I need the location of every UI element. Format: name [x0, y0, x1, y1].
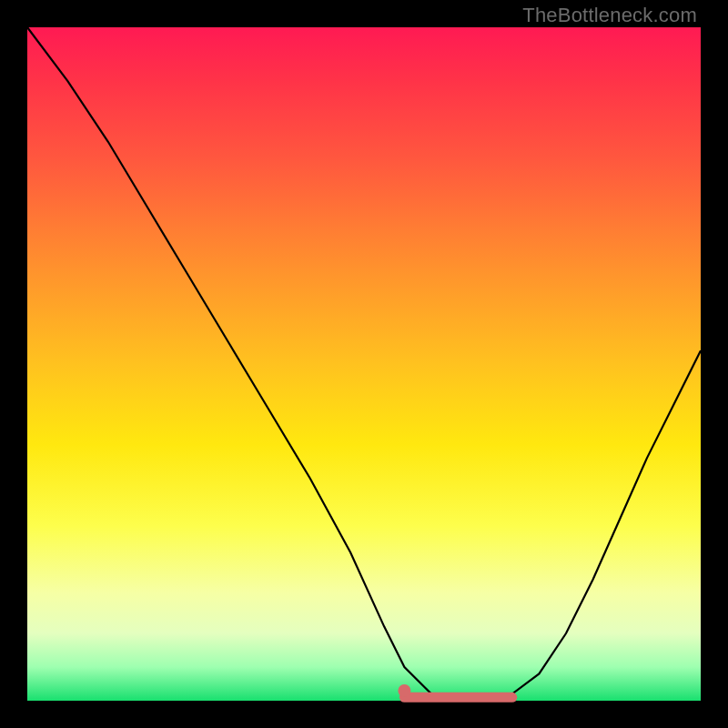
curve-layer — [27, 27, 701, 701]
plot-area — [27, 27, 701, 701]
bottleneck-curve — [27, 27, 701, 701]
watermark-text: TheBottleneck.com — [522, 4, 697, 27]
optimal-start-dot — [398, 684, 410, 697]
chart-frame: TheBottleneck.com — [0, 0, 728, 728]
